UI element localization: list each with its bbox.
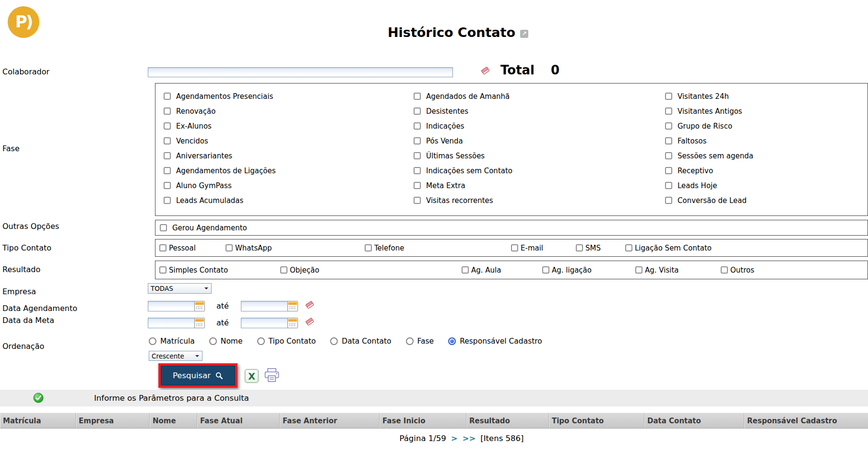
- fase-option[interactable]: Últimas Sessões: [414, 148, 512, 163]
- checkbox-icon[interactable]: [511, 244, 518, 251]
- checkbox-icon[interactable]: [665, 197, 672, 204]
- checkbox-icon[interactable]: [365, 244, 372, 251]
- fase-option[interactable]: Aniversariantes: [164, 148, 275, 163]
- checkbox-icon[interactable]: [635, 266, 642, 274]
- checkbox-icon[interactable]: [576, 244, 583, 251]
- resultado-option[interactable]: Ag. Visita: [635, 266, 678, 275]
- fase-option[interactable]: Renovação: [164, 104, 275, 119]
- checkbox-icon[interactable]: [665, 152, 672, 159]
- pesquisar-button[interactable]: Pesquisar: [161, 366, 235, 385]
- checkbox-icon[interactable]: [414, 93, 421, 100]
- ordenacao-radio-option[interactable]: Responsável Cadastro: [448, 337, 542, 346]
- checkbox-icon[interactable]: [164, 167, 171, 174]
- resultado-option[interactable]: Objeção: [280, 266, 319, 275]
- checkbox-icon[interactable]: [462, 266, 469, 274]
- fase-option[interactable]: Sessões sem agenda: [665, 148, 753, 163]
- fase-option[interactable]: Vencidos: [164, 133, 275, 148]
- checkbox-icon[interactable]: [665, 122, 672, 130]
- resultado-option[interactable]: Outros: [721, 266, 754, 275]
- ordenacao-radio-option[interactable]: Data Contato: [330, 337, 391, 346]
- fase-option[interactable]: Leads Hoje: [665, 178, 753, 193]
- fase-option[interactable]: Visitantes 24h: [665, 89, 753, 104]
- fase-option[interactable]: Ex-Alunos: [164, 119, 275, 133]
- calendar-icon[interactable]: [194, 301, 205, 311]
- checkbox-icon[interactable]: [665, 167, 672, 174]
- checkbox-icon[interactable]: [160, 224, 167, 231]
- checkbox-icon[interactable]: [542, 266, 549, 274]
- fase-option[interactable]: Agendados de Amanhã: [414, 89, 512, 104]
- checkbox-icon[interactable]: [164, 197, 171, 204]
- checkbox-icon[interactable]: [665, 93, 672, 100]
- fase-option[interactable]: Meta Extra: [414, 178, 512, 193]
- radio-icon[interactable]: [149, 337, 156, 345]
- pagination-last-link[interactable]: >>: [463, 434, 476, 443]
- tipo-contato-option[interactable]: Telefone: [365, 244, 404, 252]
- radio-icon[interactable]: [448, 337, 456, 345]
- checkbox-icon[interactable]: [414, 122, 421, 130]
- checkbox-icon[interactable]: [164, 108, 171, 115]
- colaborador-input[interactable]: [148, 67, 453, 77]
- ordenacao-radio-option[interactable]: Nome: [209, 337, 243, 346]
- checkbox-icon[interactable]: [414, 167, 421, 174]
- radio-icon[interactable]: [330, 337, 338, 345]
- ordem-select[interactable]: Crescente: [149, 351, 202, 361]
- tipo-contato-option[interactable]: Pessoal: [159, 244, 196, 252]
- checkbox-icon[interactable]: [665, 108, 672, 115]
- popup-window-icon[interactable]: ↗: [520, 30, 528, 38]
- calendar-icon[interactable]: [287, 318, 298, 328]
- pagination-next-link[interactable]: >: [451, 434, 458, 443]
- checkbox-icon[interactable]: [164, 182, 171, 189]
- ordenacao-radio-option[interactable]: Tipo Contato: [257, 337, 316, 346]
- checkbox-icon[interactable]: [665, 137, 672, 144]
- checkbox-icon[interactable]: [665, 182, 672, 189]
- data-agendamento-to-input[interactable]: [241, 301, 288, 311]
- checkbox-icon[interactable]: [226, 244, 233, 251]
- fase-option[interactable]: Indicações sem Contato: [414, 163, 512, 178]
- fase-option[interactable]: Grupo de Risco: [665, 119, 753, 133]
- fase-option[interactable]: Agendamentos Presenciais: [164, 89, 275, 104]
- app-logo-icon[interactable]: P): [8, 6, 39, 38]
- outras-option[interactable]: Gerou Agendamento: [160, 224, 247, 232]
- fase-option[interactable]: Agendamentos de Ligações: [164, 163, 275, 178]
- data-meta-to-input[interactable]: [241, 318, 288, 328]
- resultado-option[interactable]: Ag. ligação: [542, 266, 592, 275]
- calendar-icon[interactable]: [194, 318, 205, 328]
- fase-option[interactable]: Visitantes Antigos: [665, 104, 753, 119]
- checkbox-icon[interactable]: [164, 122, 171, 130]
- fase-option[interactable]: Aluno GymPass: [164, 178, 275, 193]
- data-meta-from-input[interactable]: [148, 318, 195, 328]
- tipo-contato-option[interactable]: SMS: [576, 244, 601, 252]
- empresa-select[interactable]: TODAS: [148, 283, 212, 294]
- resultado-option[interactable]: Simples Contato: [159, 266, 228, 275]
- checkbox-icon[interactable]: [164, 93, 171, 100]
- fase-option[interactable]: Leads Acumuladas: [164, 193, 275, 208]
- fase-option[interactable]: Visitas recorrentes: [414, 193, 512, 208]
- ordenacao-radio-option[interactable]: Matrícula: [149, 337, 195, 346]
- fase-option[interactable]: Faltosos: [665, 133, 753, 148]
- radio-icon[interactable]: [209, 337, 217, 345]
- fase-option[interactable]: Desistentes: [414, 104, 512, 119]
- tipo-contato-option[interactable]: WhatsApp: [226, 244, 272, 252]
- checkbox-icon[interactable]: [164, 152, 171, 159]
- export-excel-icon[interactable]: X: [245, 369, 259, 383]
- checkbox-icon[interactable]: [159, 244, 166, 251]
- checkbox-icon[interactable]: [159, 266, 166, 274]
- checkbox-icon[interactable]: [414, 108, 421, 115]
- checkbox-icon[interactable]: [625, 244, 632, 251]
- calendar-icon[interactable]: [287, 301, 298, 311]
- ordenacao-radio-option[interactable]: Fase: [406, 337, 434, 346]
- clear-eraser-icon[interactable]: [479, 64, 492, 77]
- clear-eraser-icon[interactable]: [304, 299, 316, 311]
- data-agendamento-from-input[interactable]: [148, 301, 195, 311]
- checkbox-icon[interactable]: [414, 182, 421, 189]
- fase-option[interactable]: Indicações: [414, 119, 512, 133]
- fase-option[interactable]: Pós Venda: [414, 133, 512, 148]
- fase-option[interactable]: Conversão de Lead: [665, 193, 753, 208]
- tipo-contato-option[interactable]: Ligação Sem Contato: [625, 244, 712, 252]
- resultado-option[interactable]: Ag. Aula: [462, 266, 501, 275]
- checkbox-icon[interactable]: [721, 266, 728, 274]
- print-icon[interactable]: [263, 368, 280, 383]
- checkbox-icon[interactable]: [414, 137, 421, 144]
- radio-icon[interactable]: [406, 337, 414, 345]
- fase-option[interactable]: Receptivo: [665, 163, 753, 178]
